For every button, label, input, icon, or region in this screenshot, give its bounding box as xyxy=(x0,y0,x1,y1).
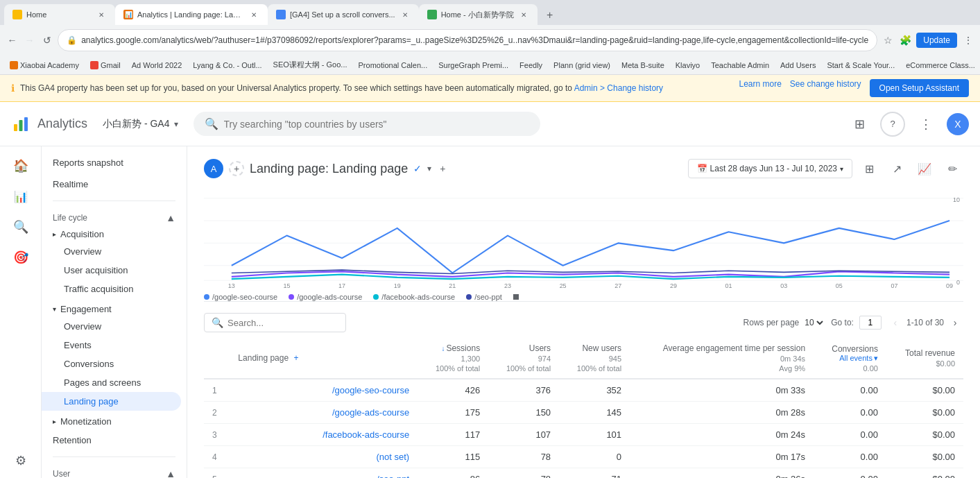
more-options-button[interactable]: ⋮ xyxy=(913,112,938,137)
prev-page-button[interactable]: ‹ xyxy=(887,314,904,331)
bookmark-promo[interactable]: Promotional Calen... xyxy=(354,60,432,71)
sidebar-item-realtime[interactable]: Realtime xyxy=(42,173,181,195)
col-header-revenue[interactable]: Total revenue $0.00 xyxy=(886,338,963,379)
date-range-button[interactable]: 📅 Last 28 days Jun 13 - Jul 10, 2023 ▾ xyxy=(688,159,852,178)
tab-analytics[interactable]: 📊 Analytics | Landing page: Landi... ✕ xyxy=(115,4,268,25)
extensions-icon[interactable]: 🧩 xyxy=(899,31,912,50)
update-button[interactable]: Update xyxy=(916,33,957,48)
bookmark-klaviyo[interactable]: Klaviyo xyxy=(671,60,704,71)
table-search-input[interactable] xyxy=(227,318,338,328)
property-selector[interactable]: 小白新势 - GA4 ▾ xyxy=(96,114,184,135)
open-setup-assistant-button[interactable]: Open Setup Assistant xyxy=(870,79,969,97)
compare-dates-button[interactable]: ⊞ xyxy=(858,157,880,180)
bookmark-seo[interactable]: SEO课程大纲 - Goo... xyxy=(269,58,352,71)
table-search-box[interactable]: 🔍 xyxy=(204,313,346,332)
cell-page-3[interactable]: (not set) xyxy=(230,446,418,468)
share-button[interactable]: ↗ xyxy=(886,157,908,180)
bookmark-gmail[interactable]: Gmail xyxy=(86,60,125,71)
search-input[interactable] xyxy=(224,119,529,130)
tab-ga4-close[interactable]: ✕ xyxy=(399,9,411,20)
legend-item-dot5[interactable] xyxy=(513,293,519,301)
bookmark-plann[interactable]: Plann (grid view) xyxy=(549,60,614,71)
edit-report-button[interactable]: ✏ xyxy=(941,157,963,180)
col-header-users[interactable]: Users 974 100% of total xyxy=(488,338,559,379)
bookmark-start-scale[interactable]: Start & Scale Your... xyxy=(823,60,899,71)
sidebar-monetization-header[interactable]: ▸ Monetization xyxy=(42,413,187,429)
sidebar-engagement-header[interactable]: ▾ Engagement xyxy=(42,301,187,317)
next-page-button[interactable]: › xyxy=(947,314,963,331)
sidebar-subitem-acq-overview[interactable]: Overview xyxy=(42,242,181,261)
more-menu-icon[interactable]: ⋮ xyxy=(961,31,974,50)
chart-type-button[interactable]: 📈 xyxy=(913,157,936,180)
left-nav-explore[interactable]: 🔍 xyxy=(7,213,35,241)
cell-page-4[interactable]: /seo-ppt xyxy=(230,468,418,479)
sidebar-subitem-traffic-acquisition[interactable]: Traffic acquisition xyxy=(42,280,181,298)
left-nav-home[interactable]: 🏠 xyxy=(7,152,35,180)
see-change-history-link[interactable]: See change history xyxy=(790,79,861,97)
sidebar-subitem-conversions[interactable]: Conversions xyxy=(42,355,181,373)
tab-ga4[interactable]: [GA4] Set up a scroll convers... ✕ xyxy=(268,4,419,25)
report-add-icon[interactable]: + xyxy=(440,163,445,174)
bookmark-addusers[interactable]: Add Users xyxy=(776,60,820,71)
sidebar-item-reports-snapshot[interactable]: Reports snapshot xyxy=(42,152,181,173)
sidebar-subitem-events[interactable]: Events xyxy=(42,336,181,355)
bookmark-lyang[interactable]: Lyang & Co. - Outl... xyxy=(189,60,266,71)
search-wrap[interactable]: 🔍 xyxy=(194,112,540,136)
left-nav-admin[interactable]: ⚙ xyxy=(7,447,35,475)
bookmark-feedly[interactable]: Feedly xyxy=(515,60,547,71)
learn-more-link[interactable]: Learn more xyxy=(739,79,781,97)
tab-xiaobai[interactable]: Home - 小白新势学院 ✕ xyxy=(419,4,538,25)
rows-per-page-select[interactable]: 10 25 50 xyxy=(802,317,825,328)
forward-button[interactable]: → xyxy=(23,31,36,50)
new-tab-button[interactable]: + xyxy=(540,6,560,25)
legend-item-seo[interactable]: /google-seo-course xyxy=(204,293,277,301)
bookmark-ecommerce[interactable]: eCommerce Class... xyxy=(902,60,979,71)
reload-button[interactable]: ↺ xyxy=(40,31,53,50)
left-nav-advertising[interactable]: 🎯 xyxy=(7,244,35,271)
sidebar-subitem-landing-page[interactable]: Landing page xyxy=(42,392,181,411)
sidebar-subitem-eng-overview[interactable]: Overview xyxy=(42,317,181,336)
tab-analytics-close[interactable]: ✕ xyxy=(248,9,259,20)
lifecycle-expand-icon[interactable]: ▲ xyxy=(166,212,175,223)
bookmark-adworld[interactable]: Ad World 2022 xyxy=(128,60,187,71)
user-section-expand-icon[interactable]: ▲ xyxy=(166,468,175,478)
col-header-conversions[interactable]: Conversions All events ▾ 0.00 xyxy=(814,338,886,379)
bookmark-teachable[interactable]: Teachable Admin xyxy=(707,60,773,71)
tab-home[interactable]: Home ✕ xyxy=(4,4,115,25)
sidebar-subitem-pages-screens[interactable]: Pages and screens xyxy=(42,373,181,392)
bookmark-xiaobai[interactable]: Xiaobai Academy xyxy=(6,60,83,71)
add-col-icon[interactable]: + xyxy=(293,353,298,363)
cell-page-1[interactable]: /google-ads-course xyxy=(230,402,418,424)
help-button[interactable]: ? xyxy=(880,112,905,137)
tab-xiaobai-close[interactable]: ✕ xyxy=(518,9,529,20)
left-nav-reports[interactable]: 📊 xyxy=(7,182,35,210)
legend-label-seo: /google-seo-course xyxy=(212,293,277,301)
sidebar-item-retention[interactable]: Retention xyxy=(42,429,181,451)
sidebar-acquisition-header[interactable]: ▸ Acquisition xyxy=(42,226,187,242)
address-bar[interactable]: 🔒 analytics.google.com/analytics/web/?au… xyxy=(58,29,877,51)
col-header-sessions[interactable]: ↓Sessions 1,300 100% of total xyxy=(418,338,488,379)
legend-item-fb[interactable]: /facebook-ads-course xyxy=(373,293,455,301)
go-to-input[interactable] xyxy=(859,316,882,330)
add-comparison-button[interactable]: + xyxy=(229,161,244,176)
sidebar-section-user[interactable]: User ▲ xyxy=(42,463,187,478)
col-header-landing-page[interactable]: Landing page + xyxy=(230,338,418,379)
grid-view-button[interactable]: ⊞ xyxy=(847,112,872,137)
cell-page-2[interactable]: /facebook-ads-course xyxy=(230,424,418,446)
col-header-avg-time[interactable]: Average engagement time per session 0m 3… xyxy=(630,338,814,379)
legend-item-ppt[interactable]: /seo-ppt xyxy=(466,293,502,301)
legend-item-ads[interactable]: /google-ads-course xyxy=(289,293,362,301)
avatar[interactable]: X xyxy=(947,113,969,135)
report-dropdown-icon[interactable]: ▾ xyxy=(427,164,431,173)
back-button[interactable]: ← xyxy=(6,31,19,50)
cell-page-0[interactable]: /google-seo-course xyxy=(230,379,418,402)
sidebar-section-lifecycle[interactable]: Life cycle ▲ xyxy=(42,207,187,226)
tab-home-close[interactable]: ✕ xyxy=(96,9,107,20)
bookmark-star-icon[interactable]: ☆ xyxy=(882,31,895,50)
sidebar-subitem-user-acquisition[interactable]: User acquisition xyxy=(42,261,181,280)
bookmark-surge[interactable]: SurgeGraph Premi... xyxy=(434,60,513,71)
conversions-event-selector[interactable]: All events ▾ xyxy=(839,354,878,363)
bookmark-meta[interactable]: Meta B-suite xyxy=(617,60,669,71)
col-header-new-users[interactable]: New users 945 100% of total xyxy=(559,338,630,379)
admin-change-history-link[interactable]: Admin > Change history xyxy=(574,83,663,93)
